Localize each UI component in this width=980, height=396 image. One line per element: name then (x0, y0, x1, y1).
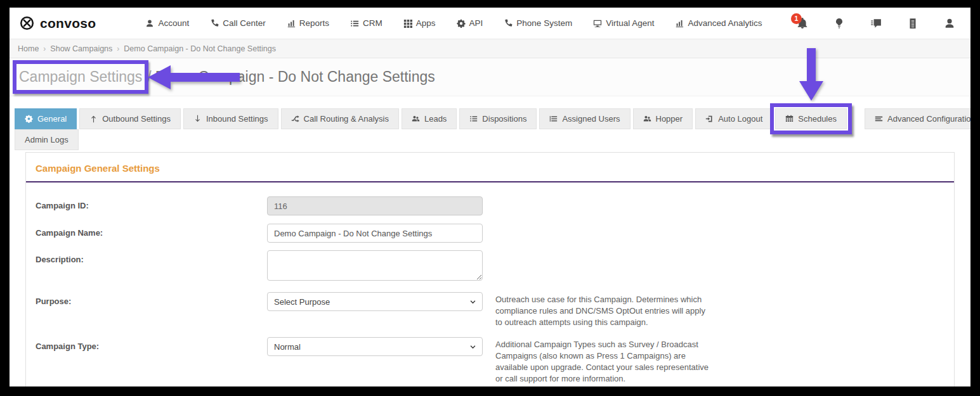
campaign-settings-form: Campaign ID: Campaign Name: Description:… (26, 182, 954, 386)
campaign-type-label: Campaign Type: (36, 337, 267, 351)
panel-heading: Campaign General Settings (26, 153, 954, 174)
users-icon (412, 115, 420, 123)
log-icon (907, 18, 918, 29)
nav-item-reports[interactable]: Reports (287, 18, 329, 28)
description-field[interactable] (267, 250, 483, 281)
user-icon (944, 18, 955, 29)
tab-call-routing-analysis[interactable]: Call Routing & Analysis (281, 108, 399, 129)
description-label: Description: (36, 250, 267, 264)
purpose-help-text: Outreach use case for this Campaign. Det… (495, 292, 714, 328)
arrow-down-icon (193, 115, 202, 123)
list-users-icon (549, 115, 558, 123)
tabs-area: General Outbound Settings Inbound Settin… (10, 96, 970, 150)
tab-admin-logs[interactable]: Admin Logs (15, 129, 79, 150)
phone-icon (210, 19, 219, 28)
tab-dispositions[interactable]: Dispositions (459, 108, 537, 129)
list-icon (469, 115, 478, 123)
campaign-type-selected-value: Normal (274, 342, 301, 352)
list-icon (350, 19, 359, 28)
chevron-down-icon (469, 343, 476, 350)
nav-item-call-center[interactable]: Call Center (210, 18, 266, 28)
notifications-button[interactable]: 1 (797, 18, 808, 29)
calendar-icon (785, 115, 794, 123)
tab-schedules[interactable]: Schedules (775, 108, 847, 129)
page-title-strip: Campaign Settings / Demo Campaign - Do N… (10, 58, 970, 96)
phone-icon (504, 19, 513, 28)
top-navbar: convoso Account Call Center Reports CRM … (10, 8, 970, 39)
tab-outbound-settings[interactable]: Outbound Settings (79, 108, 181, 129)
page-title-separator: / (142, 68, 155, 86)
form-row-campaign-type: Campaign Type: Normal Additional Campaig… (36, 337, 944, 386)
purpose-select[interactable]: Select Purpose (267, 292, 483, 311)
logo-text: convoso (40, 16, 96, 31)
form-row-campaign-name: Campaign Name: (36, 224, 944, 243)
shuffle-icon (291, 115, 299, 123)
tab-hopper[interactable]: Hopper (633, 108, 693, 129)
arrow-up-icon (89, 115, 98, 123)
breadcrumb-home[interactable]: Home (18, 44, 39, 53)
logs-button[interactable] (907, 18, 918, 29)
navbar-right-icons: 1 (797, 18, 959, 29)
lightbulb-icon (833, 18, 845, 29)
gears-icon (25, 115, 33, 123)
nav-item-advanced-analytics[interactable]: Advanced Analytics (675, 18, 762, 28)
profile-button[interactable] (944, 18, 955, 29)
form-row-purpose: Purpose: Select Purpose Outreach use cas… (36, 292, 944, 332)
feedback-icon (870, 18, 882, 29)
bar-chart-icon (675, 19, 684, 28)
breadcrumb-separator: › (117, 44, 119, 53)
nav-item-phone-system[interactable]: Phone System (504, 18, 572, 28)
nav-item-apps[interactable]: Apps (403, 18, 436, 28)
sign-out-icon (705, 115, 714, 123)
purpose-selected-value: Select Purpose (274, 297, 330, 307)
breadcrumb: Home › Show Campaigns › Demo Campaign - … (10, 39, 970, 58)
users-icon (643, 115, 651, 123)
bar-chart-icon (287, 19, 296, 28)
nav-item-crm[interactable]: CRM (350, 18, 382, 28)
campaign-type-help-text: Additional Campaign Types such as Survey… (495, 337, 714, 385)
nav-item-api[interactable]: API (457, 18, 483, 28)
feedback-button[interactable] (870, 18, 882, 29)
breadcrumb-separator: › (43, 44, 46, 53)
gear-icon (457, 19, 466, 28)
nav-item-account[interactable]: Account (145, 18, 189, 28)
breadcrumb-show-campaigns[interactable]: Show Campaigns (50, 44, 112, 53)
tab-general[interactable]: General (15, 108, 77, 129)
campaign-id-label: Campaign ID: (36, 196, 267, 210)
chevron-down-icon (469, 298, 476, 305)
campaign-type-select[interactable]: Normal (267, 337, 483, 356)
convoso-logo[interactable]: convoso (18, 15, 96, 32)
main-nav-menu: Account Call Center Reports CRM Apps API… (145, 18, 762, 28)
user-icon (145, 19, 154, 28)
form-row-description: Description: (36, 250, 944, 283)
notification-badge: 1 (791, 13, 802, 24)
convoso-knot-icon (18, 15, 36, 32)
campaign-name-label: Campaign Name: (36, 224, 267, 238)
bars-icon (875, 115, 883, 123)
app-window: convoso Account Call Center Reports CRM … (10, 8, 970, 386)
campaign-name-field[interactable] (267, 224, 483, 243)
tab-auto-logout[interactable]: Auto Logout (695, 108, 773, 129)
page-title-campaign-name: Demo Campaign - Do Not Change Settings (155, 68, 435, 86)
tab-advanced-configurations[interactable]: Advanced Configurations (865, 108, 970, 129)
nav-item-virtual-agent[interactable]: Virtual Agent (593, 18, 654, 28)
tab-inbound-settings[interactable]: Inbound Settings (183, 108, 278, 129)
form-row-campaign-id: Campaign ID: (36, 196, 944, 215)
tab-leads[interactable]: Leads (402, 108, 457, 129)
monitor-icon (593, 19, 602, 28)
campaign-general-settings-panel: Campaign General Settings Campaign ID: C… (25, 152, 955, 386)
tips-button[interactable] (833, 18, 845, 29)
grid-icon (403, 19, 412, 28)
campaign-id-field (267, 196, 483, 215)
tab-assigned-users[interactable]: Assigned Users (539, 108, 630, 129)
tabs-row-2: Admin Logs (15, 129, 965, 150)
purpose-label: Purpose: (36, 292, 267, 306)
breadcrumb-current: Demo Campaign - Do Not Change Settings (124, 44, 276, 53)
tabs-row-1: General Outbound Settings Inbound Settin… (15, 108, 965, 129)
page-title-prefix: Campaign Settings (19, 68, 142, 85)
